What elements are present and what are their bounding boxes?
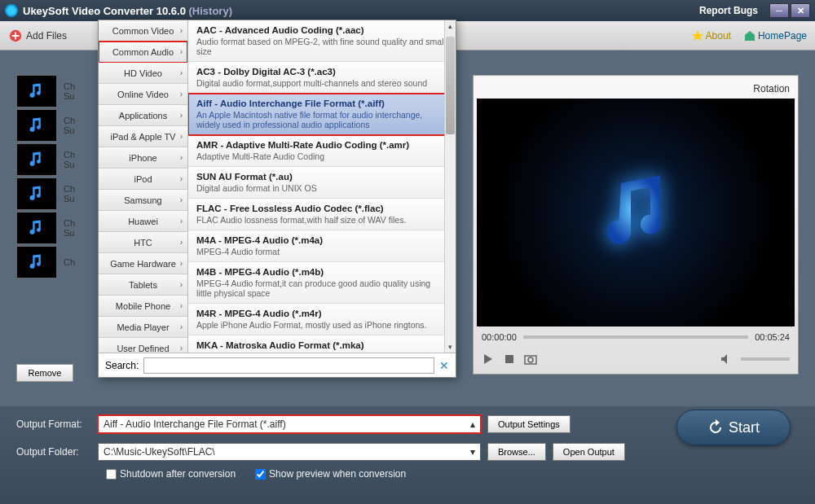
output-format-combobox[interactable]: Aiff - Audio Interchange File Format (*.…: [98, 415, 481, 433]
format-item[interactable]: AAC - Advanced Audio Coding (*.aac)Audio…: [188, 20, 456, 62]
remove-button[interactable]: Remove: [16, 364, 73, 382]
format-desc: Audio format, it used MKV audio format.: [196, 352, 447, 353]
scrollbar-thumb[interactable]: [446, 37, 455, 134]
browse-button[interactable]: Browse...: [487, 443, 546, 461]
svg-point-3: [528, 357, 533, 362]
search-input[interactable]: [143, 357, 434, 374]
category-column: Common Video›Common Audio›HD Video›Onlin…: [99, 20, 188, 353]
show-preview-checkbox[interactable]: Show preview when conversion: [255, 468, 406, 480]
seek-slider[interactable]: [523, 335, 748, 339]
preview-panel: Rotation 00:00:00 00:05:24: [473, 75, 799, 375]
dropdown-arrow-icon: ▴: [470, 419, 475, 430]
chevron-right-icon: ›: [180, 344, 183, 353]
rotation-label[interactable]: Rotation: [753, 83, 790, 94]
format-title: M4R - MPEG-4 Audio (*.m4r): [196, 309, 447, 318]
homepage-link[interactable]: HomePage: [744, 30, 807, 42]
format-title: MKA - Matroska Audio Format (*.mka): [196, 340, 447, 350]
format-item[interactable]: M4A - MPEG-4 Audio (*.m4a)MPEG-4 Audio f…: [188, 230, 456, 262]
category-item[interactable]: Media Player›: [99, 317, 187, 338]
format-desc: Digital audio format in UNIX OS: [196, 183, 447, 193]
category-item[interactable]: Online Video›: [99, 84, 187, 105]
play-icon[interactable]: [482, 353, 495, 366]
format-item[interactable]: M4R - MPEG-4 Audio (*.m4r)Apple iPhone A…: [188, 304, 456, 335]
volume-icon[interactable]: [720, 353, 733, 366]
titlebar: UkeySoft Video Converter 10.6.0 (History…: [0, 0, 815, 21]
category-label: iPhone: [129, 153, 156, 163]
format-desc: FLAC Audio lossness format,with half siz…: [196, 215, 447, 225]
category-item[interactable]: iPad & Apple TV›: [99, 126, 187, 147]
show-preview-checkbox-input[interactable]: [255, 469, 266, 480]
start-button[interactable]: Start: [676, 410, 791, 445]
format-title: Aiff - Audio Interchange File Format (*.…: [196, 99, 447, 108]
stop-icon[interactable]: [503, 353, 516, 366]
chevron-right-icon: ›: [180, 301, 183, 310]
format-title: AC3 - Dolby Digital AC-3 (*.ac3): [196, 67, 447, 77]
category-item[interactable]: Game Hardware›: [99, 253, 187, 274]
category-item[interactable]: Common Audio›: [99, 42, 187, 63]
format-desc: Audio format based on MPEG-2, with fine …: [196, 37, 447, 56]
shutdown-checkbox-input[interactable]: [106, 469, 117, 480]
format-title: SUN AU Format (*.au): [196, 172, 447, 182]
chevron-right-icon: ›: [180, 280, 183, 289]
about-link[interactable]: About: [692, 30, 731, 42]
dropdown-arrow-icon: ▾: [470, 446, 475, 458]
chevron-right-icon: ›: [180, 195, 183, 204]
music-note-icon: [587, 164, 685, 261]
chevron-right-icon: ›: [180, 322, 183, 331]
preview-screen: [477, 99, 795, 327]
file-line2: Su: [64, 91, 75, 101]
snapshot-icon[interactable]: [524, 353, 537, 366]
format-item[interactable]: SUN AU Format (*.au)Digital audio format…: [188, 167, 456, 199]
category-label: HD Video: [124, 68, 162, 78]
category-item[interactable]: iPod›: [99, 169, 187, 190]
about-label: About: [706, 30, 731, 42]
output-folder-value: C:\Music-UkeySoft\FLAC\: [104, 446, 215, 458]
chevron-right-icon: ›: [180, 90, 183, 99]
category-item[interactable]: Applications›: [99, 105, 187, 126]
thumbnail: [16, 177, 57, 210]
category-item[interactable]: HD Video›: [99, 63, 187, 84]
output-settings-button[interactable]: Output Settings: [487, 415, 570, 433]
time-current: 00:00:00: [482, 332, 517, 342]
file-line1: Ch: [64, 184, 75, 194]
category-item[interactable]: Mobile Phone›: [99, 296, 187, 317]
category-item[interactable]: Huawei›: [99, 211, 187, 232]
file-line1: Ch: [64, 257, 75, 267]
format-item[interactable]: AC3 - Dolby Digital AC-3 (*.ac3)Digital …: [188, 62, 456, 94]
category-item[interactable]: Tablets›: [99, 274, 187, 296]
format-item[interactable]: Aiff - Audio Interchange File Format (*.…: [188, 94, 456, 135]
category-item[interactable]: User Defined›: [99, 338, 187, 353]
start-label: Start: [729, 419, 760, 436]
chevron-right-icon: ›: [180, 153, 183, 162]
file-line2: Su: [64, 125, 75, 135]
shutdown-checkbox[interactable]: Shutdown after conversion: [106, 468, 236, 480]
output-folder-label: Output Folder:: [16, 446, 98, 458]
scroll-up-icon[interactable]: ▴: [445, 20, 456, 32]
format-desc: An Apple Macintosh native file format fo…: [196, 110, 447, 129]
category-item[interactable]: Common Video›: [99, 20, 187, 42]
clear-search-icon[interactable]: ✕: [439, 359, 449, 372]
open-output-button[interactable]: Open Output: [553, 443, 625, 461]
format-item[interactable]: MKA - Matroska Audio Format (*.mka)Audio…: [188, 335, 456, 353]
scrollbar[interactable]: ▴ ▾: [444, 20, 456, 353]
close-button[interactable]: ✕: [791, 3, 810, 18]
file-line2: Su: [64, 160, 75, 169]
category-item[interactable]: HTC›: [99, 232, 187, 253]
category-item[interactable]: Samsung›: [99, 190, 187, 211]
file-line2: Su: [64, 194, 75, 204]
format-item[interactable]: M4B - MPEG-4 Audio (*.m4b)MPEG-4 Audio f…: [188, 262, 456, 304]
scroll-down-icon[interactable]: ▾: [445, 341, 456, 353]
format-item[interactable]: FLAC - Free Lossless Audio Codec (*.flac…: [188, 199, 456, 230]
svg-rect-1: [505, 355, 513, 363]
add-files-button[interactable]: Add Files: [8, 28, 67, 43]
category-label: Game Hardware: [110, 259, 176, 269]
report-bugs-link[interactable]: Report Bugs: [699, 5, 758, 16]
category-label: Applications: [119, 111, 167, 121]
volume-slider[interactable]: [741, 357, 790, 361]
format-item[interactable]: AMR - Adaptive Multi-Rate Audio Coding (…: [188, 135, 456, 167]
chevron-right-icon: ›: [180, 47, 183, 56]
homepage-label: HomePage: [758, 30, 807, 42]
category-item[interactable]: iPhone›: [99, 147, 187, 169]
output-folder-combobox[interactable]: C:\Music-UkeySoft\FLAC\ ▾: [98, 443, 481, 461]
minimize-button[interactable]: ─: [769, 3, 789, 18]
